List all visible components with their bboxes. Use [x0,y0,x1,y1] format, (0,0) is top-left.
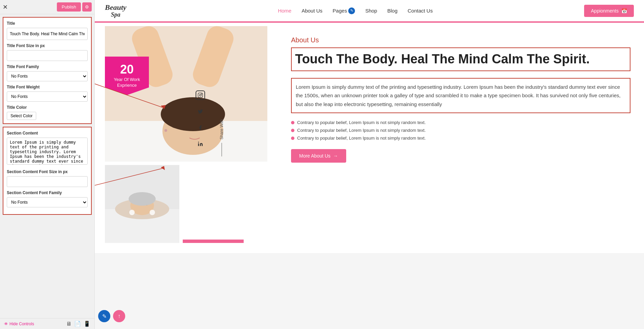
floating-controls: ✎ ↑ [98,310,125,322]
hero-description: Lorem Ipsum is simply dummy text of the … [291,78,630,114]
title-input[interactable] [7,28,88,40]
section-font-size-label: Section Content Font Size in px [7,169,88,174]
nav-links: Home About Us Pages ✎ Shop Blog Contact … [278,7,433,14]
publish-button[interactable]: Publish [57,2,81,12]
panel-bottom-bar: 👁 Hide Controls 🖥 📄 📱 [0,318,94,329]
bullet-list: Contrary to popular belief, Lorem Ipsum … [291,120,630,141]
bullet-dot-1 [291,121,294,124]
nav-link-home[interactable]: Home [278,8,291,14]
svg-point-19 [129,192,156,206]
title-font-family-select[interactable]: No Fonts Arial Georgia [7,71,88,81]
gear-button[interactable]: ⚙ [82,2,92,12]
hide-controls-button[interactable]: 👁 Hide Controls [4,322,34,326]
up-float-button[interactable]: ↑ [113,310,125,322]
nav-link-about[interactable]: About Us [302,8,323,14]
nav-item-blog[interactable]: Blog [387,8,397,14]
section-font-size-input[interactable] [7,176,88,187]
appointment-button[interactable]: Appionments 📅 [584,5,634,17]
title-font-weight-select[interactable]: No Fonts Normal Bold [7,91,88,102]
hero-section: Share With [95,23,644,253]
desktop-icon[interactable]: 🖥 [66,321,71,327]
close-button[interactable]: ✕ [3,3,8,11]
share-with: Share With [219,119,224,156]
content-section: Section Content Lorem Ipsum is simply du… [3,127,92,215]
instagram-icon[interactable] [196,90,205,100]
pink-decorative-bar [183,240,244,243]
left-panel: ✕ Publish ⚙ Title Title Font Size in px … [0,0,95,329]
images-column: 20 Year Of Work Exprience [95,23,271,253]
edit-float-button[interactable]: ✎ [98,310,110,322]
nav-item-shop[interactable]: Shop [365,8,377,14]
svg-point-1 [199,94,201,96]
section-content-label: Section Content [7,131,88,136]
bullet-item-1: Contrary to popular belief, Lorem Ipsum … [291,120,630,125]
title-font-size-label: Title Font Size in px [7,43,88,48]
nav-logo: Beauty Spa [105,3,127,18]
nav-bar: Beauty Spa Home About Us Pages ✎ Shop Bl… [95,0,644,22]
title-color-select-button[interactable]: Select Color [7,112,36,120]
main-content: Beauty Spa Home About Us Pages ✎ Shop Bl… [95,0,644,329]
nav-item-pages[interactable]: Pages ✎ [333,7,355,14]
nav-link-shop[interactable]: Shop [365,8,377,14]
social-icons [196,90,205,149]
mobile-icon[interactable]: 📱 [84,321,90,327]
nav-item-contact[interactable]: Contact Us [407,8,432,14]
bottom-icons: 🖥 📄 📱 [66,321,90,327]
calendar-icon: 📅 [621,8,627,14]
svg-point-9 [161,97,225,131]
more-about-us-button[interactable]: More About Us → [291,149,346,163]
experience-badge: 20 Year Of Work Exprience [105,57,149,95]
title-font-weight-label: Title Font Weight [7,85,88,89]
bullet-item-3: Contrary to popular belief, Lorem Ipsum … [291,136,630,141]
pages-dropdown-icon: ✎ [348,7,355,14]
content-column: About Us Touch The Body. Heal The Mind C… [271,23,644,253]
svg-point-3 [198,142,199,143]
svg-point-2 [201,94,202,94]
section-content-textarea[interactable]: Lorem Ipsum is simply dummy text of the … [7,138,88,165]
title-font-size-input[interactable] [7,50,88,61]
eye-icon: 👁 [4,322,8,326]
twitter-icon[interactable] [196,107,205,116]
facebook-icon[interactable] [196,123,205,132]
svg-point-20 [129,210,135,215]
nav-link-blog[interactable]: Blog [387,8,397,14]
title-color-label: Title Color [7,105,88,110]
svg-point-21 [150,210,155,215]
hero-title: Touch The Body. Heal The Mind Calm The S… [291,47,630,71]
nav-item-about[interactable]: About Us [302,8,323,14]
title-font-family-label: Title Font Family [7,64,88,69]
nav-link-pages[interactable]: Pages [333,8,347,14]
section-font-family-select[interactable]: No Fonts Arial Georgia [7,197,88,207]
section-font-family-label: Section Content Font Family [7,190,88,195]
tablet-icon[interactable]: 📄 [74,321,81,327]
title-section: Title Title Font Size in px Title Font F… [3,17,92,124]
linkedin-icon[interactable] [196,139,205,149]
nav-link-contact[interactable]: Contact Us [407,8,432,14]
nav-item-home[interactable]: Home [278,8,291,14]
svg-rect-0 [198,93,202,97]
bullet-item-2: Contrary to popular belief, Lorem Ipsum … [291,128,630,133]
bullet-dot-2 [291,129,294,132]
title-label: Title [7,21,88,26]
panel-top-bar: ✕ Publish ⚙ [0,0,94,14]
svg-point-12 [164,129,167,132]
about-us-label: About Us [291,36,630,44]
bullet-dot-3 [291,137,294,140]
second-spa-image [105,165,179,243]
